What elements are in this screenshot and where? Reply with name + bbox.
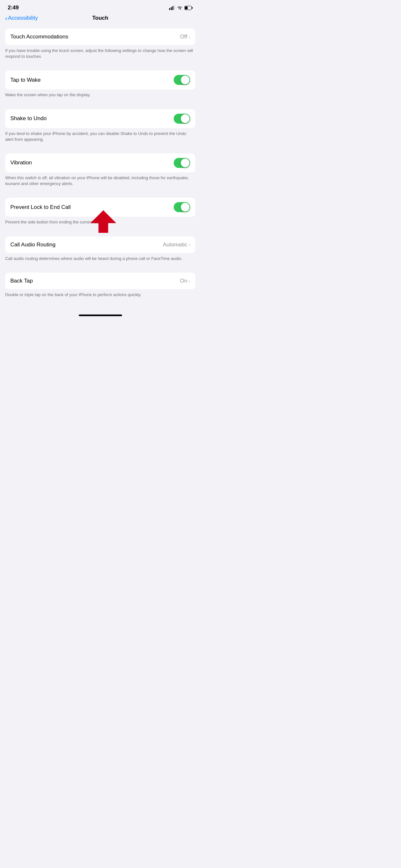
touch-accommodations-description: If you have trouble using the touch scre…	[0, 45, 201, 63]
vibration-label: Vibration	[10, 159, 32, 166]
tap-to-wake-label: Tap to Wake	[10, 77, 41, 83]
back-tap-chevron-icon: ›	[189, 278, 190, 283]
svg-rect-5	[192, 7, 193, 9]
back-tap-label: Back Tap	[10, 278, 33, 284]
tap-to-wake-toggle-knob	[181, 75, 189, 84]
tap-to-wake-toggle[interactable]	[174, 75, 190, 85]
call-audio-routing-description: Call audio routing determines where audi…	[0, 253, 201, 266]
vibration-description: When this switch is off, all vibration o…	[0, 173, 201, 190]
section-prevent-lock: Prevent Lock to End Call Prevent the sid…	[0, 197, 201, 229]
call-audio-routing-card: Call Audio Routing Automatic ›	[5, 237, 195, 253]
vibration-toggle-knob	[181, 159, 189, 167]
battery-icon	[184, 6, 193, 10]
signal-icon	[169, 5, 175, 10]
section-vibration: Vibration When this switch is off, all v…	[0, 153, 201, 190]
back-tap-right: On ›	[180, 278, 190, 284]
section-call-audio-routing: Call Audio Routing Automatic › Call audi…	[0, 237, 201, 266]
status-time: 2:49	[8, 4, 19, 11]
shake-to-undo-label: Shake to Undo	[10, 115, 47, 122]
home-indicator	[0, 309, 201, 319]
shake-to-undo-description: If you tend to shake your iPhone by acci…	[0, 128, 201, 146]
prevent-lock-toggle-knob	[181, 203, 189, 212]
back-button[interactable]: ‹ Accessibility	[5, 14, 38, 22]
prevent-lock-toggle[interactable]	[174, 202, 190, 212]
shake-to-undo-toggle[interactable]	[174, 114, 190, 124]
back-tap-card: Back Tap On ›	[5, 273, 195, 289]
svg-rect-3	[174, 5, 175, 10]
prevent-lock-description: Prevent the side button from ending the …	[0, 217, 201, 229]
section-shake-to-undo: Shake to Undo If you tend to shake your …	[0, 109, 201, 146]
tap-to-wake-row: Tap to Wake	[5, 70, 195, 89]
tap-to-wake-description: Wake the screen when you tap on the disp…	[0, 89, 201, 102]
touch-accommodations-chevron-icon: ›	[189, 34, 190, 40]
shake-to-undo-toggle-knob	[181, 114, 189, 123]
shake-to-undo-card: Shake to Undo	[5, 109, 195, 128]
status-bar: 2:49	[0, 0, 201, 13]
back-label: Accessibility	[8, 15, 38, 21]
svg-rect-6	[185, 6, 188, 9]
call-audio-routing-label: Call Audio Routing	[10, 242, 56, 248]
status-icons	[169, 5, 193, 10]
touch-accommodations-card: Touch Accommodations Off ›	[5, 28, 195, 45]
touch-accommodations-row[interactable]: Touch Accommodations Off ›	[5, 28, 195, 45]
svg-rect-1	[171, 7, 172, 10]
home-bar	[79, 314, 122, 316]
back-chevron-icon: ‹	[5, 14, 7, 22]
call-audio-routing-right: Automatic ›	[163, 242, 190, 248]
vibration-toggle[interactable]	[174, 158, 190, 168]
section-back-tap: Back Tap On › Double or triple tap on th…	[0, 273, 201, 302]
page-title: Touch	[92, 15, 109, 21]
shake-to-undo-row: Shake to Undo	[5, 109, 195, 128]
vibration-row: Vibration	[5, 153, 195, 173]
svg-rect-0	[169, 8, 170, 10]
vibration-card: Vibration	[5, 153, 195, 173]
prevent-lock-card: Prevent Lock to End Call	[5, 197, 195, 217]
nav-bar: ‹ Accessibility Touch	[0, 13, 201, 25]
back-tap-value: On	[180, 278, 187, 284]
touch-accommodations-label: Touch Accommodations	[10, 34, 68, 40]
back-tap-description: Double or triple tap on the back of your…	[0, 289, 201, 302]
back-tap-row[interactable]: Back Tap On ›	[5, 273, 195, 289]
touch-accommodations-value: Off	[180, 34, 187, 40]
call-audio-routing-chevron-icon: ›	[189, 242, 190, 247]
call-audio-routing-value: Automatic	[163, 242, 187, 248]
tap-to-wake-card: Tap to Wake	[5, 70, 195, 89]
section-touch-accommodations: Touch Accommodations Off › If you have t…	[0, 28, 201, 63]
svg-rect-2	[173, 6, 174, 10]
section-tap-to-wake: Tap to Wake Wake the screen when you tap…	[0, 70, 201, 102]
touch-accommodations-right: Off ›	[180, 34, 190, 40]
prevent-lock-label: Prevent Lock to End Call	[10, 204, 71, 211]
prevent-lock-row: Prevent Lock to End Call	[5, 197, 195, 217]
call-audio-routing-row[interactable]: Call Audio Routing Automatic ›	[5, 237, 195, 253]
wifi-icon	[177, 5, 182, 10]
